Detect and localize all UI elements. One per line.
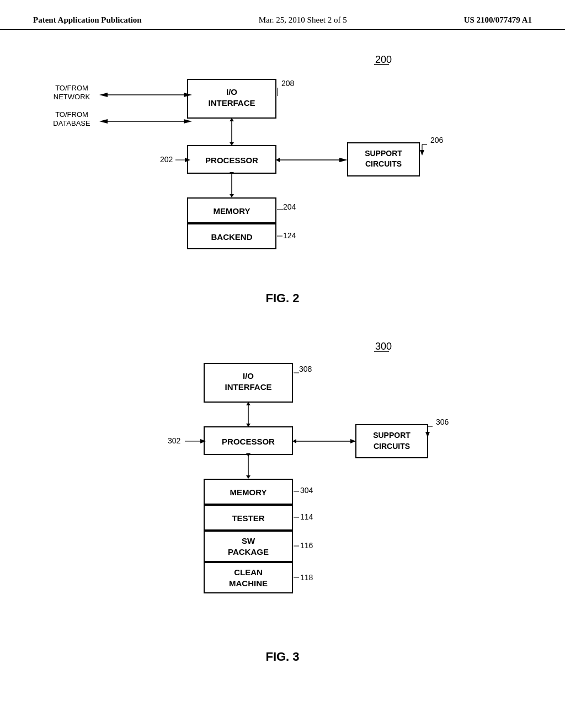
fig2-processor-label: PROCESSOR: [205, 156, 258, 165]
fig3-118-label: 118: [300, 573, 313, 582]
fig3-support-circuits-label2: CIRCUITS: [374, 442, 410, 451]
fig2-proc-support-arrowhead-left: [276, 158, 280, 162]
fig3-114-label: 114: [300, 512, 313, 521]
fig3-sw-package-label2: PACKAGE: [228, 547, 269, 556]
fig2-tofrom-db2: DATABASE: [53, 119, 90, 127]
fig3-processor-label: PROCESSOR: [222, 437, 275, 446]
fig2-network-arrow-left: [99, 93, 108, 97]
fig2-diagram: 200 I/O INTERFACE 208 TO/FROM NETWORK: [33, 46, 532, 286]
fig2-206-label: 206: [430, 136, 444, 144]
fig2-io-interface-label1: I/O: [226, 87, 237, 97]
fig2-support-circuits-label1: SUPPORT: [365, 149, 402, 158]
fig3-io-interface-label2: INTERFACE: [225, 382, 271, 392]
fig2-202-label: 202: [160, 155, 173, 164]
figure-3-section: 300 I/O INTERFACE 308 PROCESSOR 302: [33, 333, 532, 664]
page-content: 200 I/O INTERFACE 208 TO/FROM NETWORK: [0, 30, 565, 708]
fig2-tofrom-network1: TO/FROM: [55, 84, 88, 92]
fig3-sw-package-label1: SW: [242, 536, 255, 545]
fig3-label: FIG. 3: [33, 650, 532, 664]
fig3-io-interface-label1: I/O: [243, 371, 254, 381]
fig3-diagram: 300 I/O INTERFACE 308 PROCESSOR 302: [33, 333, 532, 644]
fig3-302-arrowhead: [200, 439, 206, 443]
fig3-memory-label: MEMORY: [230, 488, 267, 497]
header-left: Patent Application Publication: [33, 15, 142, 25]
fig2-proc-mem-arrowhead-down: [230, 194, 234, 197]
fig2-204-label: 204: [283, 202, 296, 211]
fig3-clean-machine-label1: CLEAN: [234, 568, 263, 577]
fig2-tofrom-network2: NETWORK: [54, 93, 90, 101]
header-center: Mar. 25, 2010 Sheet 2 of 5: [259, 15, 347, 25]
fig3-306-arrowhead: [425, 432, 430, 437]
fig3-tester-label: TESTER: [232, 513, 264, 523]
fig3-308-label: 308: [299, 365, 312, 373]
fig3-support-circuits-label1: SUPPORT: [373, 431, 411, 440]
fig3-302-label: 302: [168, 436, 181, 445]
page-header: Patent Application Publication Mar. 25, …: [0, 0, 565, 30]
fig3-proc-support-arrowhead-right: [350, 439, 356, 443]
fig2-number: 200: [375, 54, 392, 65]
fig3-116-label: 116: [300, 541, 313, 550]
fig3-proc-support-arrowhead-left: [292, 439, 296, 443]
fig2-label: FIG. 2: [33, 291, 532, 306]
fig2-db-arrow-left: [99, 119, 108, 124]
figure-2-section: 200 I/O INTERFACE 208 TO/FROM NETWORK: [33, 46, 532, 306]
fig2-memory-label: MEMORY: [214, 206, 250, 216]
fig2-backend-label: BACKEND: [211, 232, 253, 242]
fig2-124-label: 124: [283, 231, 296, 240]
fig3-306-label: 306: [436, 417, 449, 426]
fig3-proc-mem-arrowhead-down: [246, 475, 250, 479]
fig3-support-circuits-box: [356, 425, 428, 458]
header-right: US 2100/077479 A1: [464, 15, 532, 25]
fig2-206-arrowhead: [420, 150, 424, 156]
fig2-io-interface-label2: INTERFACE: [208, 98, 255, 108]
fig2-support-circuits-label2: CIRCUITS: [365, 159, 402, 168]
fig2-tofrom-db1: TO/FROM: [55, 110, 88, 119]
fig3-number: 300: [375, 341, 392, 352]
fig2-db-arrow-right: [184, 119, 192, 124]
fig3-clean-machine-label2: MACHINE: [229, 579, 268, 588]
fig2-proc-support-arrowhead: [339, 158, 348, 162]
fig3-304-label: 304: [300, 486, 313, 495]
fig2-208-label: 208: [281, 79, 295, 88]
